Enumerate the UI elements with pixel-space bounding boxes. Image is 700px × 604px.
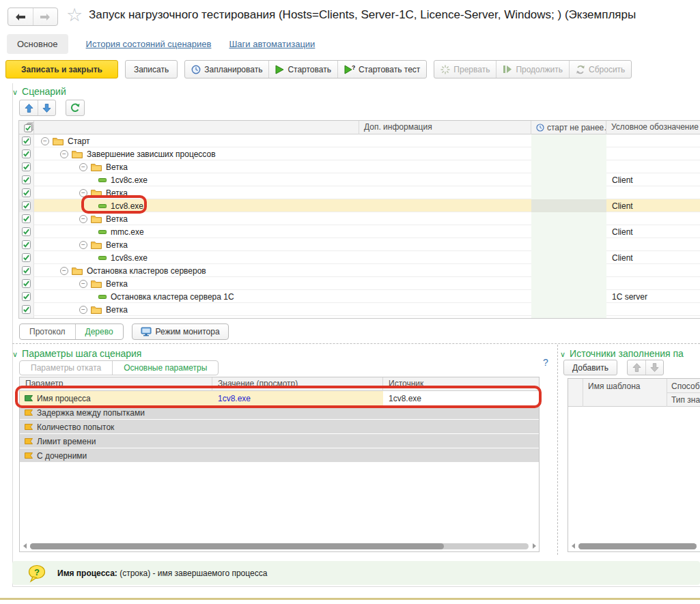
monitor-mode-button[interactable]: Режим монитора	[132, 323, 229, 340]
tree-item[interactable]: − Старт	[34, 134, 359, 147]
favorite-star-icon[interactable]: ☆	[66, 4, 83, 26]
start-button[interactable]: Стартовать	[268, 61, 337, 78]
param-column-header[interactable]: Параметр	[20, 377, 212, 391]
param-row[interactable]: Количество попыток	[20, 420, 539, 434]
tree-item[interactable]: − 1cv8s.exe	[34, 251, 359, 264]
collapse-minus-icon[interactable]: −	[79, 241, 87, 249]
tree-item[interactable]: − Ветка	[34, 186, 359, 199]
tab-states-history[interactable]: История состояний сценариев	[86, 39, 212, 49]
tree-row[interactable]: − Ветка	[19, 186, 700, 199]
tab-rollback-params[interactable]: Параметры отката	[20, 361, 112, 375]
collapse-minus-icon[interactable]: −	[79, 215, 87, 223]
tree-row[interactable]: − mmc.exe Client	[19, 225, 700, 238]
tree-item[interactable]: − Ветка	[34, 303, 359, 316]
param-name-cell[interactable]: Задержка между попытками	[20, 405, 212, 420]
tree-item[interactable]: − Ветка	[34, 212, 359, 225]
row-checkbox[interactable]	[19, 186, 34, 199]
row-checkbox[interactable]	[19, 277, 34, 290]
step-params-section-header[interactable]: ∨Параметры шага сценария	[12, 348, 141, 359]
param-name-cell[interactable]: Имя процесса	[20, 391, 212, 405]
tree-item[interactable]: −	[34, 316, 359, 319]
tree-item[interactable]: − Остановка кластеров серверов	[34, 264, 359, 277]
row-checkbox[interactable]	[19, 212, 34, 225]
row-checkbox[interactable]	[19, 238, 34, 251]
value-column-header[interactable]: Значение (просмотр)	[212, 377, 383, 391]
collapse-minus-icon[interactable]: −	[41, 137, 49, 145]
schedule-button[interactable]: Запланировать	[185, 61, 268, 78]
row-checkbox[interactable]	[19, 303, 34, 316]
param-name-cell[interactable]: Количество попыток	[20, 420, 212, 434]
forward-button[interactable]	[33, 8, 58, 25]
tree-row[interactable]: − 1cv8c.exe Client	[19, 173, 700, 186]
horizontal-splitter[interactable]	[12, 343, 700, 344]
tab-protocol[interactable]: Протокол	[20, 324, 75, 339]
unit-designation-column-header[interactable]: Условное обозначение ед	[606, 121, 700, 134]
tree-row[interactable]: −	[19, 316, 700, 319]
tree-row[interactable]: − Остановка кластеров серверов	[19, 264, 700, 277]
row-checkbox[interactable]	[19, 316, 34, 319]
row-checkbox[interactable]	[19, 147, 34, 160]
collapse-minus-icon[interactable]: −	[79, 163, 87, 171]
collapse-minus-icon[interactable]: −	[60, 150, 68, 158]
scroll-left-icon[interactable]	[21, 543, 28, 549]
tree-row[interactable]: − Остановка кластера сервера 1С 1C serve…	[19, 290, 700, 303]
tree-item[interactable]: − 1cv8c.exe	[34, 173, 359, 186]
tree-item[interactable]: − Остановка кластера сервера 1С	[34, 290, 359, 303]
fs-move-up-button[interactable]	[628, 360, 645, 375]
scroll-left-icon[interactable]	[570, 543, 576, 549]
row-checkbox[interactable]	[19, 160, 34, 173]
refresh-button[interactable]	[66, 100, 85, 116]
help-question-mark[interactable]: ?	[543, 357, 548, 368]
collapse-minus-icon[interactable]: −	[79, 306, 87, 314]
param-value-cell[interactable]	[212, 405, 383, 420]
row-checkbox[interactable]	[19, 264, 34, 277]
start-not-earlier-column-header[interactable]: старт не ранее…	[531, 121, 606, 134]
tree-item[interactable]: − mmc.exe	[34, 225, 359, 238]
fs-move-down-button[interactable]	[645, 360, 663, 375]
tree-row[interactable]: − Ветка	[19, 212, 700, 225]
tree-item[interactable]: − Ветка	[34, 160, 359, 173]
vertical-splitter[interactable]	[557, 345, 558, 555]
scenario-section-header[interactable]: ∨Сценарий	[12, 86, 66, 97]
tree-item[interactable]: − Ветка	[34, 238, 359, 251]
source-column-header[interactable]: Источник	[383, 377, 539, 391]
param-source-cell[interactable]	[383, 448, 539, 463]
tree-row[interactable]: − Ветка	[19, 160, 700, 173]
back-button[interactable]	[8, 8, 33, 25]
reset-button[interactable]: Сбросить	[569, 61, 631, 78]
fill-sources-section-header[interactable]: ∨Источники заполнения па	[560, 348, 700, 359]
param-row[interactable]: Задержка между попытками	[20, 405, 539, 420]
tree-column-header[interactable]	[34, 121, 359, 134]
start-test-button[interactable]: ? Стартовать тест	[337, 61, 426, 78]
tree-item[interactable]: − Завершение зависших процессов	[34, 147, 359, 160]
tree-row[interactable]: − 1cv8s.exe Client	[19, 251, 700, 264]
param-name-cell[interactable]: С дочерними	[20, 448, 212, 463]
collapse-minus-icon[interactable]: −	[79, 280, 87, 288]
row-checkbox[interactable]	[19, 251, 34, 264]
save-and-close-button[interactable]: Записать и закрыть	[5, 60, 118, 78]
check-all-header[interactable]	[19, 121, 34, 134]
move-up-button[interactable]	[20, 100, 38, 115]
value-type-column-header[interactable]: Тип знач	[667, 395, 700, 405]
param-value-cell[interactable]	[212, 420, 383, 434]
row-checkbox[interactable]	[19, 134, 34, 147]
param-value-cell[interactable]: 1cv8.exe	[212, 391, 383, 405]
param-name-cell[interactable]: Лимит времени	[20, 434, 212, 448]
tree-row[interactable]: − Ветка	[19, 277, 700, 290]
tab-tree[interactable]: Дерево	[75, 324, 123, 339]
interrupt-button[interactable]: Прервать	[434, 61, 496, 78]
tab-main[interactable]: Основное	[7, 34, 68, 54]
tab-main-params[interactable]: Основные параметры	[112, 361, 218, 375]
collapse-minus-icon[interactable]: −	[60, 267, 68, 275]
tree-row[interactable]: − 1cv8.exe Client	[19, 199, 700, 212]
tab-automation-steps[interactable]: Шаги автоматизации	[229, 39, 315, 49]
fill-method-column-header[interactable]: Способ з	[667, 382, 700, 391]
tree-row[interactable]: − Ветка	[19, 303, 700, 316]
param-source-cell[interactable]	[383, 420, 539, 434]
param-row[interactable]: Лимит времени	[20, 434, 539, 448]
param-source-cell[interactable]: 1cv8.exe	[383, 391, 539, 405]
collapse-minus-icon[interactable]: −	[79, 319, 87, 319]
param-value-cell[interactable]	[212, 434, 383, 448]
tree-row[interactable]: − Старт	[19, 134, 700, 147]
param-row[interactable]: С дочерними	[20, 448, 539, 463]
